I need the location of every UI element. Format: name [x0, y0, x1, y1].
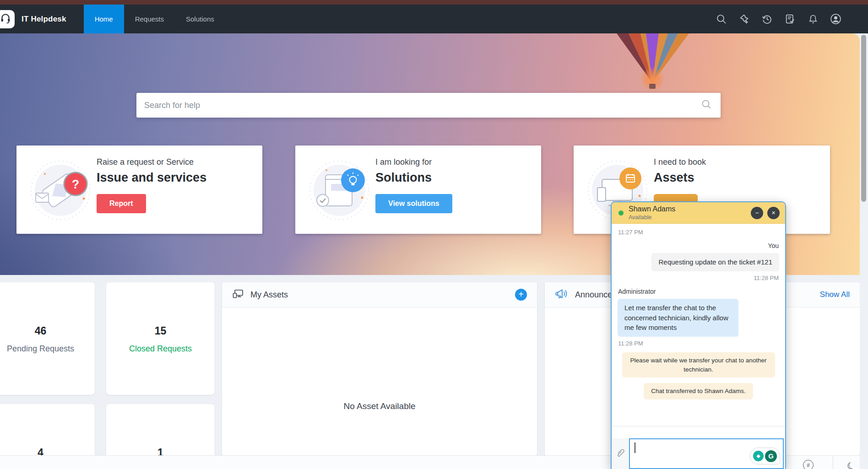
- no-asset-message: No Asset Available: [222, 307, 537, 455]
- card-title: Issue and services: [97, 171, 262, 185]
- primary-nav-tabs: Home Requests Solutions: [84, 5, 225, 33]
- card-title: Assets: [654, 171, 830, 185]
- footer-widgets: # ☾: [803, 456, 855, 469]
- sender-you-label: You: [768, 242, 779, 249]
- tab-solutions-label: Solutions: [186, 15, 214, 23]
- dark-mode-icon[interactable]: ☾: [846, 459, 857, 469]
- pending-requests-count: 46: [35, 325, 47, 337]
- nav-action-icons: [716, 13, 841, 25]
- sender-admin-label: Administrator: [618, 288, 779, 295]
- attach-file-button[interactable]: [612, 438, 629, 469]
- hot-air-balloon-graphic: [616, 33, 691, 97]
- text-cursor: [635, 442, 635, 453]
- tab-requests-label: Requests: [135, 15, 164, 23]
- card-subtitle: I need to book: [654, 157, 830, 167]
- my-assets-panel: My Assets + No Asset Available: [222, 282, 537, 455]
- card-subtitle: I am looking for: [375, 157, 541, 167]
- top-navigation-bar: IT Helpdesk Home Requests Solutions: [0, 5, 868, 33]
- tab-home-label: Home: [95, 15, 113, 23]
- add-asset-button[interactable]: +: [515, 289, 527, 301]
- grammarly-logo-icon: G: [765, 450, 777, 462]
- hash-shortcut-icon[interactable]: #: [803, 460, 814, 469]
- card-subtitle: Raise a request or Service: [97, 157, 262, 167]
- new-request-icon[interactable]: [738, 13, 750, 25]
- chat-message-list[interactable]: 11:27 PM You Requesting update on the ti…: [612, 224, 785, 426]
- chat-agent-status: Available: [629, 214, 675, 221]
- scrollbar-thumb[interactable]: [861, 35, 866, 202]
- app-title: IT Helpdesk: [22, 15, 66, 24]
- pending-requests-card[interactable]: 46 Pending Requests: [0, 282, 95, 395]
- paperclip-icon: [615, 447, 626, 458]
- online-status-dot: [618, 210, 624, 216]
- card-title: Solutions: [375, 171, 541, 185]
- it-helpdesk-portal: IT Helpdesk Home Requests Solutions: [0, 0, 868, 469]
- agent-info: Shawn Adams Available: [629, 205, 675, 221]
- megaphone-icon: [555, 288, 569, 302]
- show-all-link[interactable]: Show All: [820, 290, 850, 299]
- chat-agent-name: Shawn Adams: [629, 205, 675, 213]
- closed-requests-count: 15: [155, 325, 167, 337]
- pending-requests-label: Pending Requests: [7, 344, 74, 354]
- headset-icon: [0, 12, 11, 26]
- app-logo[interactable]: [0, 10, 15, 28]
- message-timestamp: 11:27 PM: [618, 229, 779, 236]
- message-timestamp: 11:28 PM: [754, 275, 779, 281]
- assets-devices-icon: [232, 288, 244, 301]
- report-button[interactable]: Report: [97, 194, 146, 213]
- live-chat-window: Shawn Adams Available − × 11:27 PM You R…: [611, 201, 786, 469]
- footer-divider: [833, 456, 833, 469]
- search-submit-icon[interactable]: [701, 99, 711, 111]
- message-timestamp: 11:28 PM: [618, 340, 779, 347]
- question-badge-icon: ?: [72, 178, 80, 191]
- tab-solutions[interactable]: Solutions: [175, 5, 225, 33]
- system-message-bubble: Chat transferred to Shawn Adams.: [644, 383, 753, 399]
- ticket-illustration: ?: [28, 156, 92, 222]
- notifications-icon[interactable]: [807, 13, 819, 25]
- assistant-bulb-icon: ◆: [753, 451, 764, 461]
- user-message-bubble: Requesting update on the ticket #121: [651, 253, 779, 271]
- chat-input-area: ◆ G: [612, 426, 785, 469]
- tab-requests[interactable]: Requests: [124, 5, 175, 33]
- close-chat-button[interactable]: ×: [767, 207, 780, 219]
- admin-message-bubble: Let me transfer the chat to the concerne…: [618, 299, 738, 337]
- minimize-chat-button[interactable]: −: [751, 207, 763, 219]
- grammarly-assistant-badge[interactable]: ◆ G: [750, 447, 780, 464]
- browser-top-strip: [0, 0, 868, 5]
- chat-message-input[interactable]: ◆ G: [629, 438, 784, 469]
- chat-header[interactable]: Shawn Adams Available − ×: [612, 202, 785, 224]
- search-icon[interactable]: [716, 13, 727, 25]
- tab-home[interactable]: Home: [84, 5, 124, 33]
- history-icon[interactable]: [761, 13, 773, 25]
- closed-requests-label: Closed Requests: [129, 344, 192, 354]
- profile-avatar[interactable]: [830, 13, 841, 25]
- approvals-icon[interactable]: [784, 13, 796, 25]
- raise-request-card: ? Raise a request or Service Issue and s…: [16, 146, 262, 234]
- solutions-card: I am looking for Solutions View solution…: [295, 146, 541, 234]
- help-search-bar: [136, 93, 721, 118]
- solutions-illustration: [307, 156, 371, 222]
- system-message-bubble: Please wait while we transfer your chat …: [622, 352, 775, 377]
- my-assets-header: My Assets +: [222, 282, 537, 307]
- my-assets-title: My Assets: [250, 290, 288, 300]
- view-solutions-button[interactable]: View solutions: [375, 194, 452, 213]
- help-search-input[interactable]: [136, 101, 701, 110]
- closed-requests-card[interactable]: 15 Closed Requests: [106, 282, 215, 395]
- vertical-scrollbar[interactable]: [860, 33, 868, 469]
